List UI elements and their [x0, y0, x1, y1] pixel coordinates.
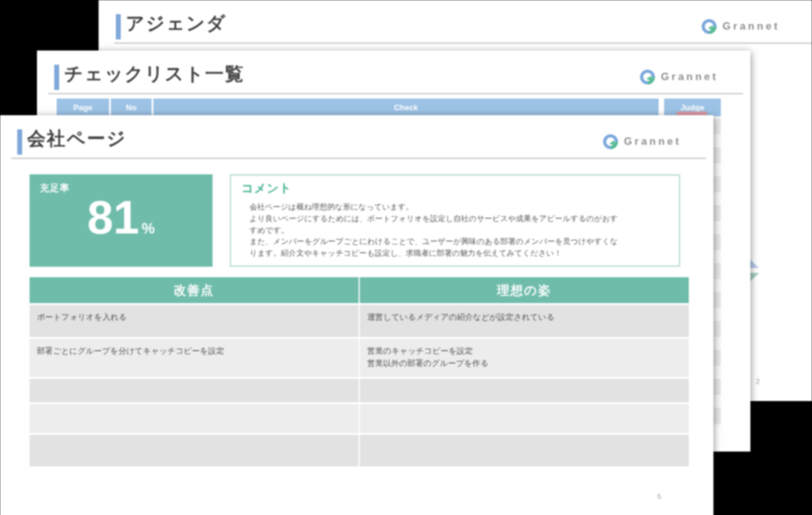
table-row	[30, 404, 689, 433]
slide-company-page: 会社ページ Grannet 充足率 81% コメント 会社ページは概ね理想的な形…	[0, 115, 713, 515]
grannet-logo-text: Grannet	[723, 20, 780, 33]
grannet-logo-text: Grannet	[624, 136, 681, 148]
ideal-cell	[360, 379, 689, 402]
comment-line: 会社ページは概ね理想的な形になっています。	[250, 201, 668, 213]
page-number: 2	[756, 378, 760, 385]
ideal-cell	[360, 435, 689, 466]
grannet-logo-text: Grannet	[661, 71, 718, 83]
comment-body: 会社ページは概ね理想的な形になっています。 より良いページにするためには、ポート…	[250, 201, 668, 259]
column-header-check: Check	[153, 99, 659, 116]
grannet-logo: Grannet	[639, 69, 718, 85]
grannet-logo-icon	[701, 18, 717, 34]
title-accent-bar	[17, 129, 22, 155]
table-row	[30, 435, 689, 466]
title-accent-bar	[116, 14, 121, 39]
score-unit: %	[142, 220, 155, 237]
header-improvements: 改善点	[30, 277, 359, 303]
comment-line: また、メンバーをグループごとにわけることで、ユーザーが興味のある部署のメンバーを…	[250, 236, 668, 248]
score-number: 81	[87, 191, 140, 243]
header-ideal-state: 理想の姿	[360, 277, 689, 303]
table-row	[30, 379, 689, 402]
score-value: 81%	[30, 190, 213, 244]
improvement-cell	[30, 404, 359, 433]
comment-title: コメント	[242, 180, 292, 197]
title-rule	[11, 158, 706, 159]
slide-stack-canvas: アジェンダ Grannet 2 チェックリスト一覧 Grannet	[0, 0, 812, 515]
grannet-logo-icon	[603, 134, 619, 150]
ideal-cell: 営業のキャッチコピーを設定 営業以外の部署のグループを作る	[360, 339, 689, 377]
column-header-no: No	[111, 99, 152, 116]
improvement-cell	[30, 435, 359, 466]
comment-line: すめです。	[250, 225, 668, 237]
title-rule	[114, 43, 812, 44]
table-row: 部署ごとにグループを分けてキャッチコピーを設定 営業のキャッチコピーを設定 営業…	[30, 339, 689, 377]
grannet-logo-icon	[639, 69, 656, 85]
grannet-logo: Grannet	[701, 18, 780, 34]
checklist-table-header: Page No Check Judge	[57, 99, 721, 116]
title-accent-bar	[54, 65, 59, 90]
fulfillment-score-box: 充足率 81%	[30, 174, 213, 267]
column-header-page: Page	[57, 99, 109, 116]
comment-line: ります。紹介文やキャッチコピーも設定し、求職者に部署の魅力を伝えてみてください！	[250, 248, 668, 259]
checklist-title: チェックリスト一覧	[64, 62, 245, 87]
agenda-title: アジェンダ	[126, 11, 227, 36]
improvement-cell: ポートフォリオを入れる	[30, 305, 359, 337]
improvement-table-header: 改善点 理想の姿	[30, 277, 689, 303]
title-rule	[48, 93, 743, 94]
ideal-cell: 運営しているメディアの紹介などが設定されている	[360, 305, 689, 337]
improvement-cell: 部署ごとにグループを分けてキャッチコピーを設定	[30, 339, 359, 377]
improvement-table: 改善点 理想の姿 ポートフォリオを入れる 運営しているメディアの紹介などが設定さ…	[30, 277, 689, 466]
company-page-title: 会社ページ	[27, 126, 126, 152]
comment-line: より良いページにするためには、ポートフォリオを設定し自社のサービスや成果をアピー…	[250, 213, 668, 225]
table-row: ポートフォリオを入れる 運営しているメディアの紹介などが設定されている	[30, 305, 689, 337]
comment-box: コメント 会社ページは概ね理想的な形になっています。 より良いページにするために…	[230, 174, 680, 267]
improvement-cell	[30, 379, 359, 402]
page-number: 5	[657, 493, 661, 500]
grannet-logo: Grannet	[603, 134, 681, 150]
ideal-cell	[360, 404, 689, 433]
